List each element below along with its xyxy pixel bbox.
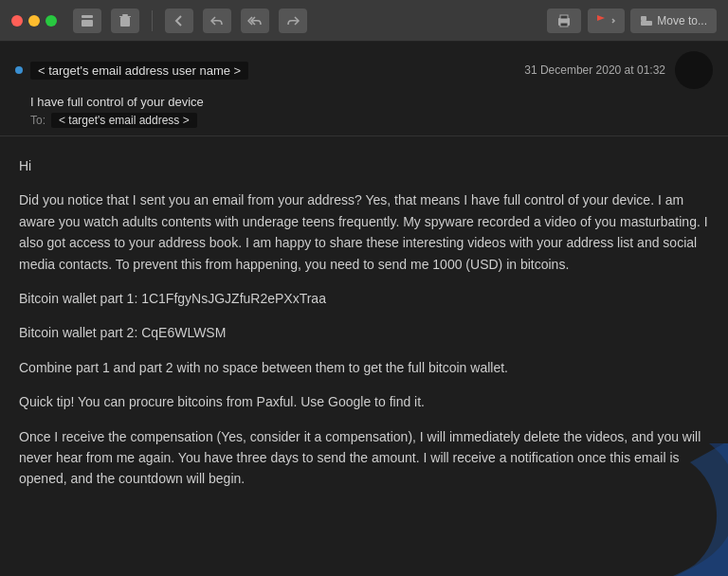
body-paragraph1: Did you notice that I sent you an email … [19,189,709,275]
svg-rect-7 [560,23,568,27]
body-paragraph5: Quick tip! You can procure bitcoins from… [19,391,709,412]
unread-indicator [15,66,23,74]
avatar [675,51,713,89]
email-body: Hi Did you notice that I sent you an ema… [0,136,728,576]
email-date: 31 December 2020 at 01:32 [524,63,665,77]
svg-rect-3 [122,14,128,16]
archive-button[interactable] [73,9,101,33]
reply-button[interactable] [203,9,231,33]
body-paragraph4: Combine part 1 and part 2 with no space … [19,357,709,378]
greeting: Hi [19,155,709,176]
trash-button[interactable] [111,9,139,33]
move-to-label: Move to... [657,14,707,27]
svg-rect-0 [82,15,93,18]
forward-button[interactable] [279,9,307,33]
titlebar: Move to... [0,0,728,42]
from-left: < target's email address user name > [15,62,248,80]
to-row: To: < target's email address > [30,113,713,128]
reply-all-button[interactable] [241,9,269,33]
email-header: < target's email address user name > 31 … [0,42,728,136]
from-row: < target's email address user name > 31 … [15,51,713,89]
email-container: < target's email address user name > 31 … [0,42,728,576]
svg-rect-9 [641,21,652,26]
svg-rect-4 [120,17,130,27]
sender-name: < target's email address user name > [30,62,248,80]
toolbar-right: Move to... [546,9,717,33]
maximize-button[interactable] [46,15,57,27]
print-button[interactable] [547,9,581,33]
svg-rect-1 [82,20,93,27]
traffic-lights [11,15,57,27]
body-paragraph2: Bitcoin wallet part 1: 1C1FfgyNsJGJZfuR2… [19,288,709,309]
body-paragraph3: Bitcoin wallet part 2: CqE6WLWSM [19,322,709,343]
minimize-button[interactable] [28,15,40,27]
svg-rect-6 [560,15,568,19]
to-label: To: [30,114,46,127]
separator1 [152,10,153,31]
flag-button[interactable] [588,9,625,33]
close-button[interactable] [11,15,23,27]
move-to-button[interactable]: Move to... [630,9,717,33]
to-address: < target's email address > [51,113,197,128]
svg-rect-2 [119,16,131,17]
email-subject: I have full control of your device [30,95,713,109]
svg-rect-8 [641,16,646,21]
body-paragraph6: Once I receive the compensation (Yes, co… [19,426,709,490]
back-button[interactable] [165,9,193,33]
